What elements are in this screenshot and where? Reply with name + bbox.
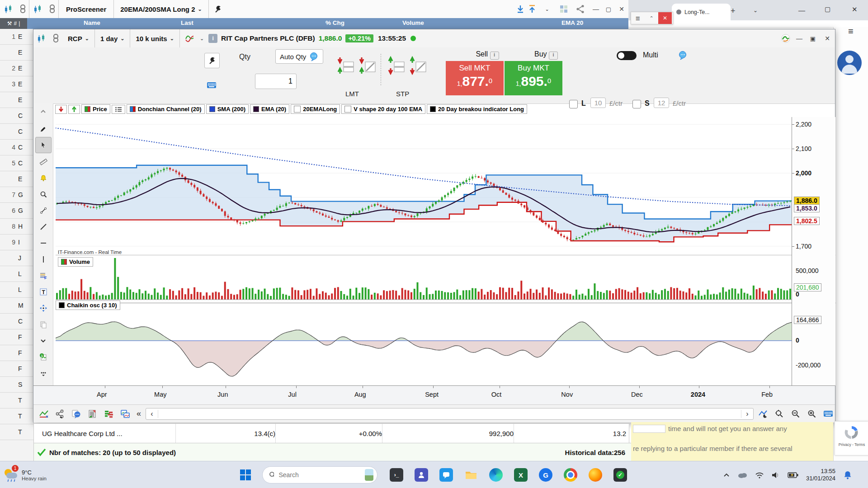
chart-settings-icon[interactable] [756,408,770,420]
browser-maximize-button[interactable]: ▢ [825,5,830,13]
chart-scrollbar[interactable]: ‹› [146,408,754,420]
stop-checkbox[interactable] [632,100,641,108]
legend-item-4[interactable]: 20EMALong [291,104,340,114]
search-input[interactable] [278,471,361,479]
collapse-left-icon[interactable]: « [137,409,141,418]
link-windows-icon-2[interactable] [47,4,58,14]
annotation-note-icon[interactable]: 1 [36,349,51,365]
watchlist-row[interactable]: 1E [0,29,33,45]
watchlist-row[interactable]: 8H [0,219,33,235]
onedrive-cloud-icon[interactable] [737,472,747,478]
keyboard-icon[interactable] [821,408,835,420]
watchlist-row[interactable]: F [0,361,33,377]
battery-icon[interactable] [788,472,798,478]
notification-bell-icon[interactable] [843,470,852,479]
taskbar-app-edge-icon[interactable] [489,468,503,482]
window-close-icon[interactable]: ✕ [820,35,835,42]
watchlist-row[interactable]: L [0,282,33,298]
layout-grid-icon[interactable] [556,4,571,14]
zoom-out-icon[interactable] [789,408,802,420]
windows-icon[interactable] [118,408,132,420]
table-header-last[interactable]: Last [181,19,193,26]
watchlist-row[interactable]: E [0,92,33,108]
news-icon[interactable] [86,408,99,420]
zoom-tool-icon[interactable] [36,187,51,202]
symbol-select[interactable]: RCP⌄ [62,35,94,42]
sell-info-icon[interactable]: i [490,52,499,60]
order-stp-buy-icon[interactable] [409,56,427,78]
limit-checkbox[interactable] [569,100,578,108]
taskbar-app-teams-icon[interactable] [415,468,428,482]
info-icon[interactable]: i [208,34,217,43]
legend-item-0[interactable]: Price [81,104,110,114]
watchlist-row[interactable]: 9I [0,235,33,250]
mini-restore-icon[interactable]: ⌃ [645,15,658,21]
legend-checkbox[interactable] [344,106,351,113]
watchlist-row[interactable]: J [0,250,33,266]
taskbar-app-firefox-icon[interactable] [589,468,602,482]
comment-icon[interactable] [70,408,83,420]
watchlist-row[interactable]: T [0,408,33,424]
app-minimize-icon[interactable]: — [590,5,602,13]
candlestick-chart-icon-2[interactable] [29,4,47,14]
proscreener-button[interactable]: ProScreener [59,5,113,13]
taskbar-app-excel-icon[interactable]: X [514,468,528,482]
units-select[interactable]: 10 k units⌄ [130,35,179,42]
order-lmt-sell-icon[interactable] [336,56,354,78]
table-header-ema-20[interactable]: EMA 20 [561,19,583,26]
table-header-%-chg[interactable]: % Chg [326,19,344,26]
search-daily-icon[interactable] [365,469,373,481]
more-options-icon[interactable] [36,366,51,381]
table-header-name[interactable]: Name [84,19,100,26]
auto-qty-button[interactable]: Auto Qty [275,49,323,64]
weather-widget[interactable]: 1 9°C Heavy rain [0,461,63,488]
chart-style-wave-icon[interactable] [180,33,200,43]
tray-chevron-up-icon[interactable] [723,473,730,477]
screener-select[interactable]: 20EMA/200SMA Long 2⌄ [114,5,208,13]
cursor-select-icon[interactable] [35,137,52,153]
watchlist-row[interactable]: 3E [0,76,33,92]
browser-close-button[interactable]: ✕ [852,5,858,14]
segment-tool-icon[interactable] [36,203,51,218]
legend-checkbox[interactable] [294,106,301,113]
collapse-up-icon[interactable] [36,104,51,120]
download-icon[interactable] [514,4,526,14]
candlestick-chart-icon[interactable] [33,33,50,43]
price-chart[interactable] [56,117,792,250]
taskbar-app-chrome-icon[interactable] [564,468,577,482]
result-row[interactable]: UG Healthcare Corp Ltd ... 13.4(c) +0.00… [33,423,629,444]
taskbar-app-terminal-icon[interactable]: ›_ [390,468,403,482]
trendline-tool-icon[interactable] [36,219,51,235]
upload-icon[interactable] [526,4,538,14]
new-tab-button[interactable]: + [731,6,736,16]
scroll-right-button[interactable]: › [741,410,753,418]
clock[interactable]: 13:55 31/01/2024 [806,468,835,483]
page-menu-icon[interactable]: ≡ [848,26,854,37]
vertical-line-tool-icon[interactable] [36,252,51,267]
buy-info-icon[interactable]: i [549,52,558,60]
legend-item-1[interactable]: Donchian Channel (20) [127,104,205,114]
text-tool-icon[interactable]: T [36,284,51,300]
timeframe-select[interactable]: 1 day⌄ [95,35,130,42]
table-header-volume[interactable]: Volume [402,19,424,26]
price-alert-icon[interactable] [36,170,51,186]
app-maximize-icon[interactable]: ▢ [602,6,615,13]
move-tool-icon[interactable] [36,300,51,316]
watchlist-row[interactable]: F [0,345,33,361]
watchlist-row[interactable]: T [0,393,33,408]
pan-zoom-icon[interactable] [773,408,786,420]
mini-layout-icon[interactable]: ≣ [631,15,645,22]
order-settings-wrench-icon[interactable] [204,53,220,68]
zoom-in-icon[interactable] [805,408,819,420]
watchlist-row[interactable]: C [0,108,33,124]
mini-close-icon[interactable]: ✕ [658,12,672,24]
recaptcha-label[interactable]: Privacy - Terms [835,442,868,447]
toolbar-chevron-icon[interactable]: ⌄ [538,6,556,12]
candlestick-chart-icon[interactable] [0,4,17,14]
watchlist-row[interactable]: 6G [0,203,33,219]
watchlist-row[interactable]: F [0,329,33,345]
browser-minimize-button[interactable]: — [798,6,805,14]
fibonacci-tool-icon[interactable]: F [36,268,51,283]
window-maximize-icon[interactable]: ▣ [806,35,820,42]
legend-buy-arrow-button[interactable] [68,105,80,114]
